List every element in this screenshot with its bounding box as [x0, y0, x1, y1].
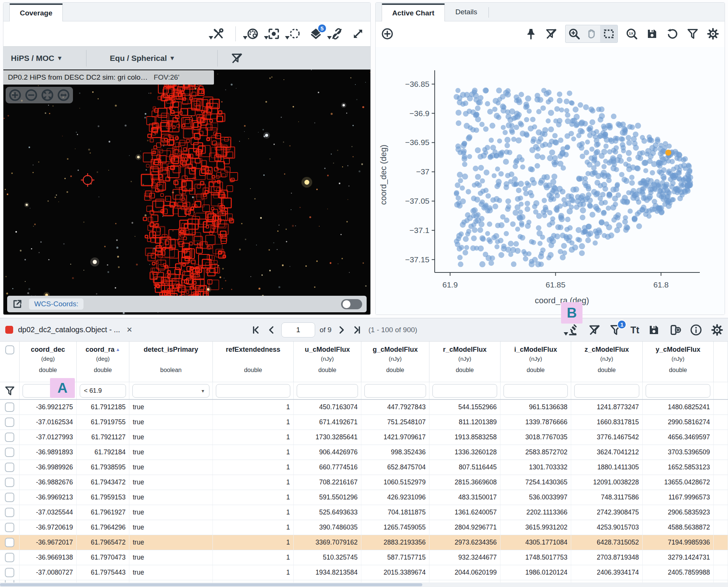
pan-mode-icon[interactable] [583, 25, 600, 42]
row-checkbox[interactable] [5, 508, 14, 517]
table-row[interactable]: -36.967201761.7965472true13369.707916228… [0, 535, 728, 550]
column-header-refExtendedness[interactable]: refExtendedness double [213, 342, 294, 382]
zoom-original-icon[interactable]: 1X [625, 27, 638, 40]
table-row[interactable]: -37.008072761.7975443true11934.821358420… [0, 565, 728, 580]
unlink-icon[interactable] [331, 27, 343, 40]
row-checkbox[interactable] [5, 538, 14, 547]
filter-input-g_cModelFlux[interactable] [364, 384, 426, 398]
table-row[interactable]: -36.992127561.7912185true1450.7163074447… [0, 400, 728, 415]
expand-icon[interactable] [352, 27, 364, 40]
row-checkbox[interactable] [5, 553, 14, 562]
filter-icon[interactable] [686, 27, 699, 40]
clear-filters-icon[interactable] [545, 27, 558, 40]
filter-off-icon[interactable] [231, 52, 243, 65]
analyze-icon[interactable] [567, 324, 580, 336]
text-view-icon[interactable]: Tt [630, 325, 639, 336]
row-checkbox[interactable] [5, 523, 14, 532]
row-checkbox[interactable] [5, 493, 14, 502]
pin-chart-icon[interactable] [525, 27, 537, 40]
row-checkbox[interactable] [5, 568, 14, 577]
tab-coverage[interactable]: Coverage [9, 3, 63, 21]
select-all-checkbox[interactable] [5, 345, 14, 354]
save-chart-icon[interactable] [646, 27, 658, 40]
recenter-icon[interactable] [267, 27, 280, 40]
add-chart-icon[interactable] [381, 27, 394, 40]
add-column-icon[interactable] [669, 324, 681, 336]
column-header-u_cModelFlux[interactable]: u_cModelFlux(nJy)double [294, 342, 361, 382]
filter-input-refExtendedness[interactable] [216, 384, 290, 398]
restore-chart-icon[interactable] [666, 27, 679, 40]
table-row[interactable]: -37.032554461.7961927true1525.6493633704… [0, 505, 728, 520]
table-row[interactable]: -37.012799361.7921127true11730.328564114… [0, 430, 728, 445]
column-header-g_cModelFlux[interactable]: g_cModelFlux(nJy)double [361, 342, 429, 382]
cell-value: 4253.9015703 [597, 523, 639, 531]
sky-image[interactable]: DP0.2 HiPS from DESC DC2 sim: gri colo… … [3, 70, 370, 315]
column-header-y_cModelFlux[interactable]: y_cModelFlux(nJy)double [643, 342, 714, 382]
cell-filler [714, 565, 728, 580]
prev-page-button[interactable] [266, 325, 277, 335]
filter-input-u_cModelFlux[interactable] [297, 384, 358, 398]
table-row[interactable]: -36.988267661.7943472true1708.2216167106… [0, 475, 728, 490]
row-checkbox[interactable] [5, 478, 14, 487]
layers-icon[interactable]: 5 [309, 27, 322, 40]
wcs-toggle[interactable] [341, 299, 362, 309]
projection-dropdown[interactable]: Equ / Spherical ▾ [110, 54, 174, 63]
zoom-out-button[interactable] [25, 89, 38, 101]
row-checkbox[interactable] [5, 448, 14, 457]
column-header-z_cModelFlux[interactable]: z_cModelFlux(nJy)double [571, 342, 643, 382]
zoom-in-button[interactable] [9, 89, 21, 101]
filter-input-y_cModelFlux[interactable] [646, 384, 710, 398]
filter-input-r_cModelFlux[interactable] [432, 384, 497, 398]
external-link-icon[interactable] [12, 298, 23, 310]
info-icon[interactable] [690, 324, 702, 336]
table-row[interactable]: -36.989189361.792184true1906.4426976998.… [0, 445, 728, 460]
horizontal-scrollbar[interactable] [0, 582, 728, 587]
column-header-coord_ra[interactable]: coord_ra▲(deg)double [77, 342, 129, 382]
column-header-i_cModelFlux[interactable]: i_cModelFlux(nJy)double [501, 342, 571, 382]
filter-input-detect_isPrimary[interactable] [132, 384, 209, 398]
tab-details[interactable]: Details [455, 3, 477, 21]
close-icon[interactable]: ✕ [126, 325, 132, 334]
table-row[interactable]: -37.016253461.7919755true1671.4192671751… [0, 415, 728, 430]
clear-table-filters-icon[interactable] [588, 324, 601, 336]
save-table-icon[interactable] [648, 324, 660, 336]
first-page-button[interactable] [251, 325, 262, 335]
page-number-input[interactable] [281, 322, 315, 337]
select-mode-icon[interactable] [600, 25, 617, 42]
table-row[interactable]: -36.966913861.7970473true1510.325745587.… [0, 550, 728, 565]
column-header-coord_dec[interactable]: coord_dec(deg)double [20, 342, 77, 382]
color-palette-icon[interactable] [246, 27, 259, 40]
last-page-button[interactable] [351, 325, 362, 335]
zoom-fit-button[interactable] [41, 89, 54, 101]
filter-input-z_cModelFlux[interactable] [574, 384, 639, 398]
table-row[interactable]: -36.972061961.7964296true1390.7486035126… [0, 520, 728, 535]
select-region-icon[interactable] [288, 27, 301, 40]
cell-coord_dec: -36.9672017 [20, 535, 77, 550]
zoom-fill-button[interactable] [57, 89, 70, 101]
hips-moc-dropdown[interactable]: HiPS / MOC ▾ [11, 54, 61, 63]
scrollbar-thumb[interactable] [0, 583, 422, 586]
scatter-chart[interactable]: −36.85−36.9−36.95−37−37.05−37.1−37.1561.… [376, 47, 725, 315]
cell-coord_ra: 61.7970473 [77, 550, 129, 565]
table-settings-gear-icon[interactable] [711, 324, 723, 336]
column-header-r_cModelFlux[interactable]: r_cModelFlux(nJy)double [429, 342, 501, 382]
cell-r_cModelFlux: 2815.3669608 [429, 475, 501, 490]
image-tools-icon[interactable] [212, 27, 225, 40]
filter-icon[interactable]: 1 [609, 324, 622, 336]
row-checkbox[interactable] [5, 418, 14, 427]
cell-value: 1 [286, 448, 290, 456]
chart-settings-gear-icon[interactable] [707, 27, 719, 40]
filter-input-i_cModelFlux[interactable] [504, 384, 568, 398]
row-checkbox[interactable] [5, 463, 14, 472]
zoom-mode-icon[interactable] [566, 25, 583, 42]
row-checkbox[interactable] [5, 433, 14, 442]
row-checkbox[interactable] [5, 402, 14, 412]
table-row[interactable]: -36.998992661.7938595true1660.7774516652… [0, 460, 728, 475]
table-tab[interactable]: dp02_dc2_catalogs.Object - ... ✕ [5, 325, 132, 334]
next-page-button[interactable] [336, 325, 347, 335]
column-header-detect_isPrimary[interactable]: detect_isPrimary boolean [129, 342, 213, 382]
filter-input-coord_ra[interactable] [80, 384, 126, 398]
tab-active-chart[interactable]: Active Chart [382, 3, 445, 21]
selected-point[interactable] [665, 150, 671, 156]
table-row[interactable]: -36.996921361.7959153true1591.5501296426… [0, 490, 728, 505]
